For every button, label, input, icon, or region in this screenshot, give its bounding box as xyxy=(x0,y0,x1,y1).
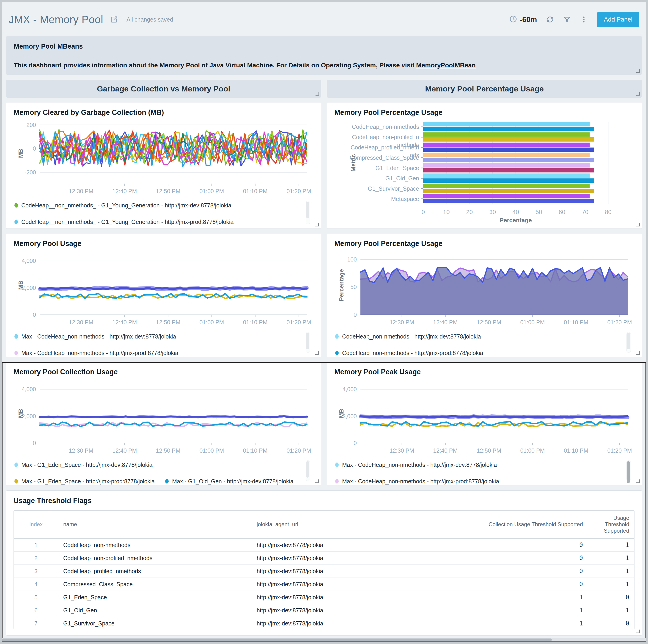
chart-row-3: Memory Pool Collection Usage 4,0002,0000… xyxy=(6,362,642,485)
svg-text:0: 0 xyxy=(33,145,36,152)
svg-text:01:10 PM: 01:10 PM xyxy=(243,447,267,454)
table-row[interactable]: 2CodeHeap_non-profiled_nmethodshttp://jm… xyxy=(14,552,634,565)
legend-item[interactable]: CodeHeap_non-nmethods - http://jmx-dev:8… xyxy=(335,333,481,340)
memory-pool-usage-line-chart[interactable]: 4,0002,0000MB12:30 PM12:40 PM12:50 PM01:… xyxy=(13,250,315,327)
table-title: Usage Threshold Flags xyxy=(13,497,635,505)
cell-jolokia-agent-url: http://jmx-dev:8778/jolokia xyxy=(252,538,463,552)
cell-index: 4 xyxy=(14,578,58,591)
svg-text:MB: MB xyxy=(17,280,24,290)
chart-legend: CodeHeap__non_nmethods_ - G1_Young_Gener… xyxy=(13,199,315,227)
column-header-index[interactable]: Index xyxy=(14,511,58,538)
legend-item[interactable]: Max - G1_Eden_Space - http://jmx-prod:87… xyxy=(14,478,155,485)
svg-text:12:50 PM: 12:50 PM xyxy=(156,447,180,454)
legend-scrollbar[interactable] xyxy=(306,201,310,224)
svg-text:Percentage: Percentage xyxy=(500,217,532,224)
collection-usage-line-chart[interactable]: 4,0002,0000MB12:30 PM12:40 PM12:50 PM01:… xyxy=(13,378,315,456)
panel-resize-handle[interactable] xyxy=(636,223,640,226)
add-panel-button[interactable]: Add Panel xyxy=(597,12,639,27)
svg-text:01:00 PM: 01:00 PM xyxy=(199,188,224,194)
table-row[interactable]: 1CodeHeap_non-nmethodshttp://jmx-dev:877… xyxy=(14,538,634,552)
panel-resize-handle[interactable] xyxy=(636,69,640,73)
horizontal-scrollbar[interactable] xyxy=(2,638,646,641)
svg-text:0: 0 xyxy=(33,440,36,446)
legend-label: Max - CodeHeap_non-nmethods - http://jmx… xyxy=(21,333,176,340)
legend-item[interactable]: Max - CodeHeap_non-nmethods - http://jmx… xyxy=(335,461,497,468)
panel-resize-handle[interactable] xyxy=(636,630,640,633)
legend-item[interactable]: Max - CodeHeap_non-nmethods - http://jmx… xyxy=(14,333,176,340)
table-row[interactable]: 7G1_Survivor_Spacehttp://jmx-dev:8778/jo… xyxy=(14,617,634,630)
panel-resize-handle[interactable] xyxy=(315,351,319,355)
refresh-icon[interactable] xyxy=(546,15,554,23)
svg-text:50: 50 xyxy=(350,284,357,290)
percentage-usage-bar-chart[interactable]: 01020304050607080MetricPercentageCodeHea… xyxy=(333,118,635,225)
svg-text:12:30 PM: 12:30 PM xyxy=(69,319,93,325)
cell-collection-usage-threshold: 1 xyxy=(463,617,588,630)
cell-collection-usage-threshold: 0 xyxy=(463,538,588,552)
intro-body: This dashboard provides information abou… xyxy=(14,62,634,69)
panel-resize-handle[interactable] xyxy=(315,223,319,226)
legend-scrollbar[interactable] xyxy=(306,461,310,481)
legend-item[interactable]: Max - G1_Old_Gen - http://jmx-dev:8778/j… xyxy=(165,478,293,485)
memorypoolmbean-link[interactable]: MemoryPoolMBean xyxy=(416,62,476,69)
svg-text:01:10 PM: 01:10 PM xyxy=(564,447,588,454)
column-header-usage-threshold-supported[interactable]: Usage Threshold Supported xyxy=(588,511,634,538)
legend-item[interactable]: CodeHeap_non-nmethods - http://jmx-prod:… xyxy=(335,350,483,356)
legend-scrollbar[interactable] xyxy=(627,461,631,481)
gc-cleared-line-chart[interactable]: 2000-200MB12:30 PM12:40 PM12:50 PM01:00 … xyxy=(13,118,315,197)
table-row[interactable]: 3CodeHeap_profiled_nmethodshttp://jmx-de… xyxy=(14,565,634,578)
percentage-usage-area-chart[interactable]: 100500Percentage12:30 PM12:40 PM12:50 PM… xyxy=(333,250,635,327)
svg-text:60: 60 xyxy=(559,209,565,215)
svg-text:80: 80 xyxy=(605,209,611,215)
panel-resize-handle[interactable] xyxy=(636,479,640,483)
legend-item[interactable]: CodeHeap__non_nmethods_ - G1_Young_Gener… xyxy=(14,202,231,209)
filter-icon[interactable] xyxy=(563,15,571,23)
dashboard-header: JMX - Memory Pool All changes saved -60m xyxy=(2,2,646,36)
table-row[interactable]: 5G1_Eden_Spacehttp://jmx-dev:8778/joloki… xyxy=(14,591,634,604)
peak-usage-line-chart[interactable]: 4,0002,0000MB12:30 PM12:40 PM12:50 PM01:… xyxy=(333,378,635,456)
cell-jolokia-agent-url: http://jmx-dev:8778/jolokia xyxy=(252,552,463,565)
screenshot-root: JMX - Memory Pool All changes saved -60m xyxy=(0,0,648,644)
cell-jolokia-agent-url: http://jmx-dev:8778/jolokia xyxy=(252,604,463,617)
legend-marker xyxy=(14,220,18,224)
svg-text:4,000: 4,000 xyxy=(21,386,36,392)
panel-usage-threshold-flags: Usage Threshold Flags Index name jolokia… xyxy=(6,490,642,636)
svg-text:01:10 PM: 01:10 PM xyxy=(564,319,588,325)
svg-text:G1_Eden_Space: G1_Eden_Space xyxy=(376,165,419,171)
svg-text:12:50 PM: 12:50 PM xyxy=(477,319,501,325)
time-range-value: -60m xyxy=(520,15,537,24)
cell-index: 7 xyxy=(14,617,58,630)
table-header-row: Index name jolokia_agent_url Collection … xyxy=(14,511,634,538)
section-header-left: Garbage Collection vs Memory Pool xyxy=(6,80,321,98)
legend-marker xyxy=(14,463,18,467)
legend-item[interactable]: Max - CodeHeap_non-nmethods - http://jmx… xyxy=(14,350,178,356)
legend-label: Max - G1_Old_Gen - http://jmx-dev:8778/j… xyxy=(172,478,293,485)
column-header-name[interactable]: name xyxy=(58,511,252,538)
cell-usage-threshold: 1 xyxy=(588,552,634,565)
scrollbar-thumb[interactable] xyxy=(2,639,552,641)
legend-marker xyxy=(14,334,18,339)
cell-index: 1 xyxy=(14,538,58,552)
legend-scrollbar[interactable] xyxy=(627,332,631,353)
svg-text:01:00 PM: 01:00 PM xyxy=(199,319,224,325)
svg-text:MB: MB xyxy=(17,149,24,158)
legend-item[interactable]: Max - G1_Eden_Space - http://jmx-dev:877… xyxy=(14,461,153,468)
panel-resize-handle[interactable] xyxy=(316,92,319,96)
column-header-jolokia-agent-url[interactable]: jolokia_agent_url xyxy=(252,511,463,538)
chart-legend: CodeHeap_non-nmethods - http://jmx-dev:8… xyxy=(333,330,635,355)
table-row[interactable]: 4Compressed_Class_Spacehttp://jmx-dev:87… xyxy=(14,578,634,591)
legend-marker xyxy=(335,334,339,339)
svg-text:01:00 PM: 01:00 PM xyxy=(520,447,545,454)
legend-item[interactable]: Max - CodeHeap_non-nmethods - http://jmx… xyxy=(335,478,499,485)
share-icon[interactable] xyxy=(110,15,118,23)
time-range-control[interactable]: -60m xyxy=(509,15,537,24)
kebab-menu-icon[interactable] xyxy=(580,15,588,23)
panel-resize-handle[interactable] xyxy=(636,92,640,96)
panel-resize-handle[interactable] xyxy=(636,351,640,355)
column-header-collection-usage-threshold-supported[interactable]: Collection Usage Threshold Supported xyxy=(463,511,588,538)
legend-item[interactable]: CodeHeap__non_nmethods_ - G1_Young_Gener… xyxy=(14,218,233,225)
cell-jolokia-agent-url: http://jmx-dev:8778/jolokia xyxy=(252,578,463,591)
legend-scrollbar[interactable] xyxy=(306,332,310,353)
panel-resize-handle[interactable] xyxy=(315,479,319,483)
table-row[interactable]: 6G1_Old_Genhttp://jmx-dev:8778/jolokia11 xyxy=(14,604,634,617)
legend-label: CodeHeap_non-nmethods - http://jmx-prod:… xyxy=(342,350,483,356)
